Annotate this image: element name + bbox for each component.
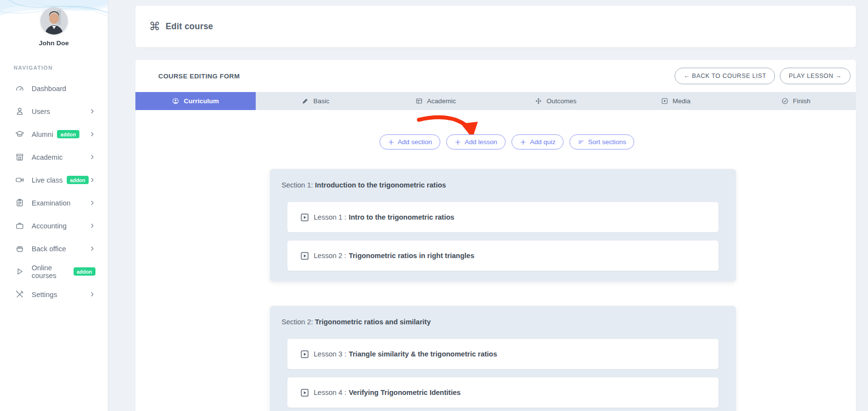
section-card: Section 1: Introduction to the trigonome… <box>270 169 736 281</box>
sidebar-item[interactable]: Live class addon <box>0 168 108 191</box>
sidebar-item[interactable]: Settings <box>0 283 108 306</box>
page-header: ⌘ Edit course <box>135 6 856 47</box>
avatar-photo <box>40 7 68 35</box>
play-square-icon <box>301 252 309 260</box>
academic-icon <box>15 152 24 162</box>
course-editing-form-card: COURSE EDITING FORM ← BACK TO COURSE LIS… <box>135 60 856 411</box>
form-tab[interactable]: Academic <box>376 92 496 110</box>
sidebar-item-label: Accounting <box>32 222 67 230</box>
sidebar-item-label: Users <box>32 108 50 115</box>
sidebar-item[interactable]: Alumni addon <box>0 123 108 146</box>
page-title: Edit course <box>166 21 213 32</box>
lessons-list: Lesson 1 : Intro to the trigonometric ra… <box>270 189 736 281</box>
lesson-card[interactable]: Lesson 3 : Triangle similarity & the tri… <box>287 339 718 369</box>
play-square-icon <box>301 350 309 358</box>
addon-badge: addon <box>57 130 79 139</box>
lessons-list: Lesson 3 : Triangle similarity & the tri… <box>270 326 736 411</box>
play-square-icon <box>301 213 309 222</box>
sidebar-item-label: Dashboard <box>32 85 66 93</box>
section-card: Section 2: Trigonometric ratios and simi… <box>270 306 736 411</box>
action-button-label: Sort sections <box>588 138 626 146</box>
online-courses-icon <box>15 267 24 276</box>
lesson-title: Trigonometric ratios in right triangles <box>349 252 474 260</box>
sidebar-item[interactable]: Dashboard <box>0 77 108 100</box>
lesson-title: Verifying Trigonometric Identities <box>349 389 461 396</box>
sidebar-item-label: Academic <box>32 153 63 161</box>
sidebar-item[interactable]: Examination <box>0 191 108 214</box>
navigation-label: NAVIGATION <box>14 65 108 71</box>
move-icon <box>535 97 542 105</box>
lesson-title: Intro to the trigonometric ratios <box>349 213 454 221</box>
section-header: Section 1: Introduction to the trigonome… <box>270 169 736 189</box>
sidebar-item-label: Back office <box>32 245 66 253</box>
section-label: Section 1: <box>282 181 313 189</box>
lesson-card[interactable]: Lesson 2 : Trigonometric ratios in right… <box>287 241 718 271</box>
users-icon <box>15 107 24 116</box>
action-button[interactable]: Sort sections <box>569 134 634 149</box>
plus-icon <box>388 139 395 146</box>
alumni-icon <box>15 130 24 139</box>
tab-label: Finish <box>793 97 811 105</box>
sidebar-item[interactable]: Back office <box>0 237 108 260</box>
curriculum-actions: Add section Add lesson Add quiz Sort sec… <box>147 110 856 149</box>
action-button-label: Add lesson <box>465 138 497 146</box>
tab-label: Curriculum <box>184 97 219 105</box>
sections-list: Section 1: Introduction to the trigonome… <box>135 169 856 411</box>
form-tab[interactable]: Finish <box>736 92 856 110</box>
table-icon <box>415 97 423 105</box>
accounting-icon <box>15 221 24 230</box>
sidebar-item[interactable]: Academic <box>0 146 108 168</box>
lesson-label: Lesson 3 : <box>314 350 346 358</box>
chevron-right-icon <box>89 223 95 229</box>
lesson-card[interactable]: Lesson 1 : Intro to the trigonometric ra… <box>287 202 718 232</box>
avatar[interactable] <box>40 7 68 35</box>
sidebar: John Doe NAVIGATION Dashboard Users Alum… <box>0 0 108 411</box>
chevron-right-icon <box>89 245 95 252</box>
section-title: Introduction to the trigonometric ratios <box>315 181 446 189</box>
action-button[interactable]: Add lesson <box>446 134 506 149</box>
back-office-icon <box>15 244 24 253</box>
user-name: John Doe <box>0 39 108 47</box>
sort-icon <box>578 139 585 146</box>
section-label: Section 2: <box>282 318 313 326</box>
play-lesson-button[interactable]: PLAY LESSON → <box>780 68 850 84</box>
sidebar-item-label: Alumni <box>32 131 53 138</box>
sidebar-item[interactable]: Online courses addon <box>0 260 108 283</box>
action-button-label: Add section <box>398 138 433 146</box>
form-header-buttons: ← BACK TO COURSE LIST PLAY LESSON → <box>675 68 850 84</box>
examination-icon <box>15 198 24 207</box>
back-to-course-list-button[interactable]: ← BACK TO COURSE LIST <box>675 68 775 84</box>
action-button[interactable]: Add section <box>379 134 441 149</box>
lesson-card[interactable]: Lesson 4 : Verifying Trigonometric Ident… <box>287 377 718 408</box>
sidebar-item[interactable]: Accounting <box>0 214 108 237</box>
sidebar-menu: Dashboard Users Alumni addon Academic Li… <box>0 77 108 306</box>
addon-badge: addon <box>67 176 89 185</box>
form-tab[interactable]: Curriculum <box>135 92 256 110</box>
form-tab[interactable]: Outcomes <box>496 92 616 110</box>
sidebar-item-label: Examination <box>32 199 71 207</box>
user-circle-icon <box>172 97 179 105</box>
chevron-right-icon <box>89 154 95 160</box>
sidebar-item[interactable]: Users <box>0 100 108 123</box>
tab-label: Outcomes <box>547 97 577 105</box>
sidebar-item-label: Online courses <box>32 264 70 280</box>
sidebar-item-label: Settings <box>32 291 57 299</box>
lesson-label: Lesson 4 : <box>314 389 346 396</box>
tab-label: Media <box>673 97 691 105</box>
pen-icon <box>302 97 309 105</box>
action-button-label: Add quiz <box>530 138 556 146</box>
action-button[interactable]: Add quiz <box>511 134 564 149</box>
form-title: COURSE EDITING FORM <box>158 73 240 80</box>
settings-icon <box>15 290 24 299</box>
sidebar-item-label: Live class <box>32 176 63 184</box>
form-tab[interactable]: Basic <box>256 92 376 110</box>
chevron-right-icon <box>89 131 95 137</box>
dashboard-icon <box>15 84 24 93</box>
form-tab[interactable]: Media <box>616 92 736 110</box>
lesson-label: Lesson 2 : <box>314 252 346 260</box>
form-header: COURSE EDITING FORM ← BACK TO COURSE LIS… <box>135 60 856 92</box>
tab-label: Academic <box>427 97 456 105</box>
chevron-right-icon <box>89 200 95 206</box>
lesson-label: Lesson 1 : <box>314 213 346 221</box>
chevron-right-icon <box>89 291 95 298</box>
